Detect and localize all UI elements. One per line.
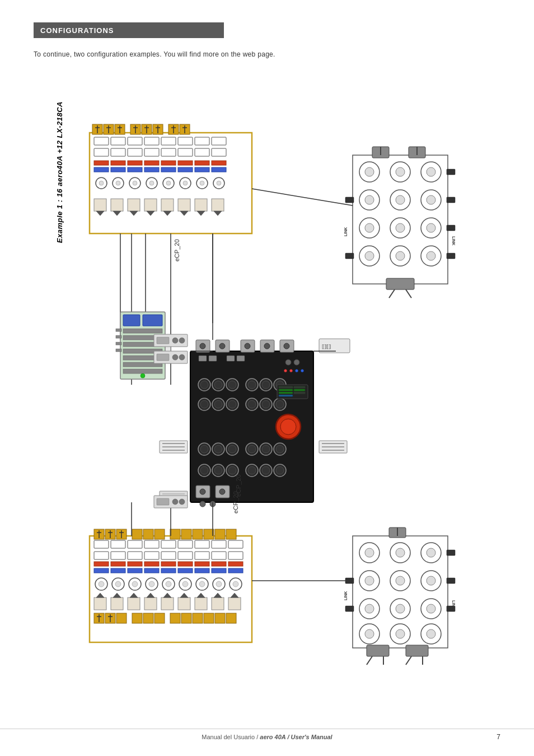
svg-line-132 (252, 189, 353, 206)
svg-rect-41 (94, 161, 109, 165)
svg-rect-46 (178, 161, 193, 165)
svg-point-113 (396, 195, 405, 204)
svg-rect-240 (132, 529, 142, 539)
svg-point-150 (284, 370, 287, 372)
svg-rect-317 (161, 598, 174, 610)
svg-rect-30 (178, 137, 193, 145)
svg-point-157 (214, 381, 222, 389)
svg-point-119 (396, 251, 405, 260)
svg-line-386 (367, 656, 372, 665)
svg-point-69 (166, 181, 171, 185)
svg-rect-34 (111, 148, 125, 156)
svg-rect-336 (204, 613, 214, 623)
svg-rect-146 (227, 356, 235, 361)
svg-rect-28 (144, 137, 159, 145)
svg-point-153 (301, 370, 304, 372)
svg-rect-47 (195, 161, 209, 165)
svg-point-189 (200, 445, 208, 453)
svg-rect-281 (228, 562, 243, 566)
svg-rect-55 (195, 167, 209, 172)
svg-point-376 (396, 629, 405, 638)
svg-rect-81 (161, 199, 174, 211)
svg-marker-78 (130, 211, 138, 216)
svg-point-151 (290, 370, 293, 372)
svg-point-373 (396, 604, 405, 613)
svg-marker-74 (96, 211, 104, 216)
svg-rect-187 (279, 395, 293, 396)
svg-point-209 (262, 466, 270, 474)
svg-rect-404 (116, 342, 121, 345)
svg-rect-123 (447, 225, 455, 231)
svg-rect-257 (128, 540, 142, 548)
svg-rect-395 (123, 329, 162, 333)
svg-point-71 (200, 181, 204, 185)
svg-rect-49 (94, 167, 109, 172)
svg-rect-25 (94, 137, 109, 145)
svg-point-304 (166, 581, 171, 587)
svg-rect-332 (154, 613, 165, 623)
svg-point-163 (262, 381, 270, 389)
svg-point-369 (365, 576, 374, 585)
svg-rect-417 (157, 498, 169, 505)
svg-rect-77 (128, 199, 140, 211)
svg-point-372 (365, 604, 374, 613)
svg-line-130 (389, 290, 395, 298)
svg-rect-273 (94, 562, 109, 566)
svg-point-114 (427, 195, 435, 204)
svg-rect-261 (195, 540, 209, 548)
svg-rect-268 (161, 552, 176, 559)
svg-rect-313 (128, 598, 140, 610)
svg-rect-75 (111, 199, 123, 211)
svg-point-302 (132, 581, 138, 587)
svg-marker-80 (147, 211, 154, 216)
svg-rect-401 (123, 369, 162, 374)
svg-rect-260 (178, 540, 193, 548)
svg-marker-320 (180, 593, 188, 598)
svg-rect-244 (181, 529, 191, 539)
svg-rect-42 (111, 161, 125, 165)
svg-point-152 (296, 370, 298, 372)
svg-line-131 (406, 290, 411, 298)
svg-rect-388 (406, 645, 428, 656)
svg-rect-50 (111, 167, 125, 172)
svg-rect-37 (161, 148, 176, 156)
svg-point-415 (179, 354, 185, 360)
svg-point-179 (280, 419, 296, 435)
svg-rect-44 (144, 161, 159, 165)
svg-rect-378 (447, 550, 455, 556)
svg-rect-262 (212, 540, 226, 548)
svg-point-419 (179, 499, 185, 505)
svg-point-173 (248, 400, 256, 408)
svg-point-205 (228, 466, 236, 474)
svg-rect-319 (178, 598, 190, 610)
svg-rect-54 (178, 167, 193, 172)
svg-rect-51 (128, 167, 142, 172)
svg-rect-271 (212, 552, 226, 559)
svg-marker-310 (96, 593, 104, 598)
svg-rect-409 (157, 337, 169, 344)
section-title: CONFIGURATIONS (40, 26, 114, 35)
svg-point-407 (140, 374, 145, 378)
svg-point-111 (427, 167, 435, 176)
svg-rect-38 (178, 148, 193, 156)
svg-marker-88 (214, 211, 222, 216)
svg-point-371 (427, 576, 435, 585)
svg-point-67 (133, 181, 137, 185)
svg-rect-121 (447, 169, 455, 175)
svg-rect-403 (116, 335, 121, 338)
svg-rect-181 (279, 386, 293, 388)
intro-paragraph: To continue, two configuration examples.… (34, 49, 500, 60)
svg-text:LINK: LINK (452, 600, 456, 609)
svg-rect-27 (128, 137, 142, 145)
diagram-svg: eCP_20 (34, 77, 498, 693)
svg-rect-338 (226, 613, 236, 623)
svg-point-377 (427, 629, 435, 638)
svg-point-418 (172, 499, 178, 505)
svg-rect-279 (195, 562, 209, 566)
svg-point-148 (285, 360, 291, 365)
svg-rect-79 (144, 199, 157, 211)
page-footer: Manual del Usuario / aero 40A / User's M… (0, 729, 534, 745)
svg-rect-265 (111, 552, 125, 559)
svg-point-171 (228, 400, 236, 408)
svg-rect-287 (178, 568, 193, 573)
